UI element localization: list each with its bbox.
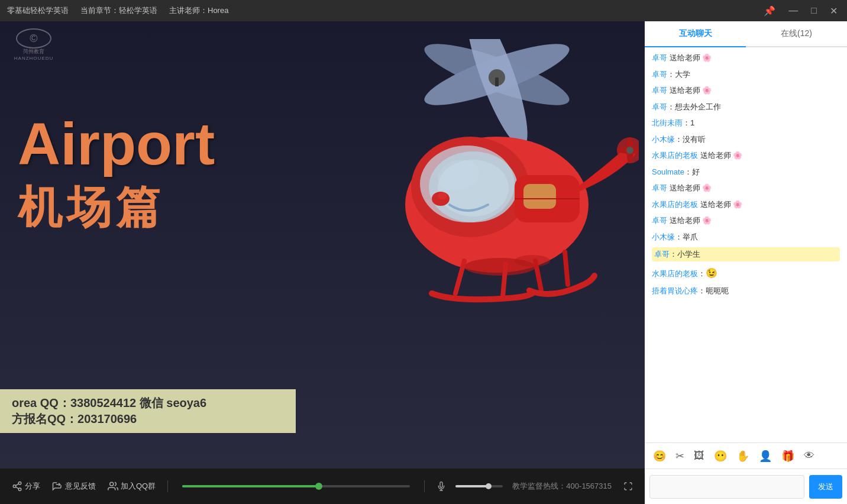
info-line2: 方报名QQ：203170696 — [12, 411, 284, 427]
volume-bar[interactable] — [455, 485, 503, 487]
list-item: 水果店的老板：😉 — [652, 266, 840, 280]
list-item: 卓哥 送给老师 🌸 — [652, 52, 840, 64]
list-item: 水果店的老板 送给老师 🌸 — [652, 199, 840, 211]
list-item: 捂着胃说心疼：呃呃呃 — [652, 285, 840, 297]
pin-button[interactable]: 📌 — [761, 5, 778, 17]
share-button[interactable]: 分享 — [9, 479, 43, 494]
emoji-button[interactable]: 😊 — [651, 447, 668, 465]
teacher-label: 主讲老师：Horea — [169, 5, 228, 16]
feedback-button[interactable]: 意见反馈 — [50, 479, 98, 494]
video-controls: 分享 意见反馈 加入QQ群 — [0, 469, 645, 504]
divider2 — [424, 480, 425, 492]
chat-toolbar: 😊 ✂ 🖼 😶 ✋ 👤 🎁 👁 — [645, 442, 847, 469]
monitor-label: 教学监督热线：400-1567315 — [510, 479, 614, 494]
list-item: Soulmate：好 — [652, 166, 840, 178]
minimize-button[interactable]: — — [786, 5, 800, 16]
tab-chat[interactable]: 互动聊天 — [645, 21, 746, 47]
app-name: 零基础轻松学英语 — [7, 5, 69, 16]
send-button[interactable]: 发送 — [809, 475, 842, 499]
hand-button[interactable]: ✋ — [734, 447, 752, 465]
info-bar: orea QQ：3380524412 微信 seoya6 方报名QQ：20317… — [0, 389, 296, 433]
list-item: 卓哥：想去外企工作 — [652, 101, 840, 113]
titlebar-left: 零基础轻松学英语 当前章节：轻松学英语 主讲老师：Horea — [7, 5, 228, 16]
list-item: 卓哥：大学 — [652, 69, 840, 80]
volume-thumb — [486, 483, 492, 489]
main-layout: © 菏州教育 HANZHOUEDU Airport 机场篇 — [0, 21, 847, 504]
svg-rect-12 — [523, 184, 556, 209]
panel-tabs: 互动聊天 在线(12) — [645, 21, 847, 47]
svg-point-26 — [18, 482, 21, 485]
list-item: 小木缘：举爪 — [652, 231, 840, 243]
watermark-text-cn: 菏州教育 — [23, 49, 44, 56]
svg-point-17 — [626, 147, 633, 154]
close-button[interactable]: ✕ — [827, 5, 840, 17]
titlebar: 零基础轻松学英语 当前章节：轻松学英语 主讲老师：Horea 📌 — □ ✕ — [0, 0, 847, 21]
chat-input[interactable] — [649, 475, 804, 499]
list-item: 卓哥 送给老师 🌸 — [652, 215, 840, 227]
helicopter-illustration — [355, 39, 645, 353]
watermark-circle: © — [16, 28, 51, 49]
eye-button[interactable]: 👁 — [801, 447, 817, 464]
svg-point-27 — [13, 485, 16, 488]
scissors-icon[interactable]: ✂ — [673, 447, 687, 465]
volume-fill — [455, 485, 489, 487]
gift-button[interactable]: 🎁 — [779, 447, 797, 465]
list-item: 小木缘：没有听 — [652, 134, 840, 146]
divider — [167, 480, 168, 492]
svg-point-25 — [438, 192, 447, 199]
video-area: © 菏州教育 HANZHOUEDU Airport 机场篇 — [0, 21, 645, 504]
slide-content: © 菏州教育 HANZHOUEDU Airport 机场篇 — [0, 21, 645, 469]
share-label: 分享 — [25, 481, 40, 492]
right-panel: 互动聊天 在线(12) 卓哥 送给老师 🌸 卓哥：大学 卓哥 送给老师 🌸 卓哥… — [645, 21, 847, 504]
progress-thumb — [315, 483, 322, 490]
feedback-label: 意见反馈 — [65, 481, 96, 492]
tab-online[interactable]: 在线(12) — [746, 21, 847, 47]
svg-line-21 — [503, 264, 506, 296]
maximize-button[interactable]: □ — [809, 5, 819, 16]
monitor-text: 教学监督热线：400-1567315 — [512, 481, 612, 492]
chat-input-area: 发送 — [645, 469, 847, 504]
svg-point-32 — [110, 482, 114, 486]
person-button[interactable]: 👤 — [757, 447, 774, 465]
svg-point-19 — [515, 255, 550, 267]
watermark: © 菏州教育 HANZHOUEDU — [7, 28, 60, 61]
progress-bar[interactable] — [182, 485, 410, 487]
titlebar-right: 📌 — □ ✕ — [761, 5, 840, 17]
watermark-text-en: HANZHOUEDU — [14, 56, 53, 61]
svg-line-30 — [15, 484, 18, 486]
join-qq-label: 加入QQ群 — [121, 481, 156, 492]
list-item: 卓哥 送给老师 🌸 — [652, 85, 840, 96]
list-item: 水果店的老板 送给老师 🌸 — [652, 150, 840, 161]
chat-messages: 卓哥 送给老师 🌸 卓哥：大学 卓哥 送给老师 🌸 卓哥：想去外企工作 北街未雨… — [645, 47, 847, 442]
info-line1: orea QQ：3380524412 微信 seoya6 — [12, 395, 284, 411]
svg-point-10 — [438, 160, 509, 217]
fullscreen-button[interactable] — [621, 479, 635, 493]
svg-line-29 — [15, 487, 18, 489]
mic-button[interactable] — [434, 479, 448, 493]
image-button[interactable]: 🖼 — [691, 447, 707, 464]
progress-fill — [182, 485, 319, 487]
list-item: 卓哥 送给老师 🌸 — [652, 182, 840, 194]
svg-line-23 — [565, 252, 568, 285]
current-chapter: 当前章节：轻松学英语 — [80, 5, 157, 16]
sticker-button[interactable]: 😶 — [712, 447, 729, 465]
join-qq-button[interactable]: 加入QQ群 — [105, 479, 158, 494]
list-item: 北街未雨：1 — [652, 117, 840, 129]
list-item: 卓哥：小学生 — [652, 247, 840, 261]
chinese-subtitle: 机场篇 — [18, 178, 165, 238]
svg-point-28 — [18, 488, 21, 491]
airport-title: Airport — [18, 110, 215, 178]
